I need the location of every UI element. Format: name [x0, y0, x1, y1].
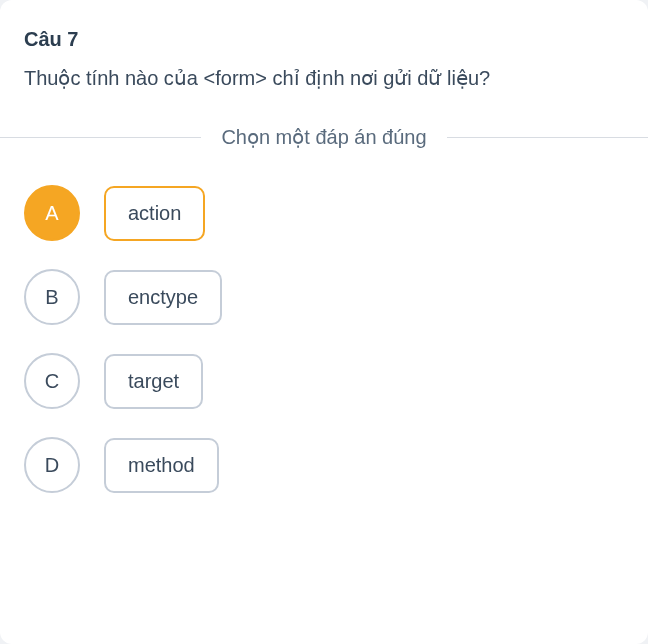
instruction-text: Chọn một đáp án đúng [201, 125, 446, 149]
option-c[interactable]: C target [24, 353, 624, 409]
divider-right [447, 137, 648, 138]
option-b[interactable]: B enctype [24, 269, 624, 325]
option-letter-d: D [24, 437, 80, 493]
divider-left [0, 137, 201, 138]
option-d[interactable]: D method [24, 437, 624, 493]
option-label-b: enctype [104, 270, 222, 325]
options-list: A action B enctype C target D method [24, 185, 624, 493]
question-number: Câu 7 [24, 28, 624, 51]
instruction-row: Chọn một đáp án đúng [0, 125, 648, 149]
option-label-a: action [104, 186, 205, 241]
question-text: Thuộc tính nào của <form> chỉ định nơi g… [24, 63, 624, 93]
option-label-d: method [104, 438, 219, 493]
question-card: Câu 7 Thuộc tính nào của <form> chỉ định… [0, 0, 648, 644]
option-label-c: target [104, 354, 203, 409]
option-letter-c: C [24, 353, 80, 409]
option-a[interactable]: A action [24, 185, 624, 241]
option-letter-a: A [24, 185, 80, 241]
option-letter-b: B [24, 269, 80, 325]
